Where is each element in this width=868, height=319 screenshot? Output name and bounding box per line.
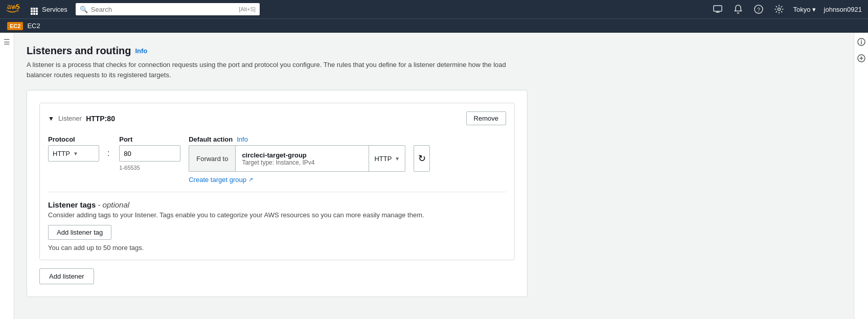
default-action-label: Default action	[189, 135, 233, 143]
grid-icon	[31, 4, 40, 15]
hamburger-icon[interactable]: ☰	[2, 37, 12, 47]
port-hint: 1-65535	[119, 165, 180, 171]
colon-group: x :	[107, 135, 111, 162]
sidebar-right-icon2[interactable]	[856, 53, 866, 63]
username-label: johnson0921	[824, 6, 862, 13]
svg-rect-0	[714, 6, 722, 11]
colon-separator: :	[107, 145, 111, 162]
settings-icon[interactable]	[773, 3, 785, 15]
aws-logo[interactable]	[6, 4, 22, 15]
page-title: Listeners and routing Info	[27, 45, 841, 57]
forward-container: Forward to circleci-target-group Target …	[189, 145, 405, 172]
search-bar[interactable]: 🔍 [Alt+S]	[76, 3, 260, 15]
services-menu[interactable]: Services	[28, 3, 71, 16]
protocol-dropdown-arrow: ▼	[73, 151, 78, 156]
target-group-content[interactable]: circleci-target-group Target type: Insta…	[236, 149, 369, 168]
refresh-button[interactable]: ↻	[414, 145, 430, 172]
page-info-link[interactable]: Info	[135, 47, 147, 55]
page-header: Listeners and routing Info A listener is…	[27, 45, 841, 80]
http-protocol-value: HTTP	[374, 155, 392, 163]
protocol-select[interactable]: HTTP ▼	[48, 145, 99, 162]
service-bar: EC2 EC2	[0, 18, 868, 33]
sidebar-right	[854, 33, 868, 319]
external-link-icon: ↗	[248, 176, 253, 183]
ec2-service-name: EC2	[27, 22, 40, 30]
search-input[interactable]	[91, 6, 236, 13]
listener-header: ▼ Listener HTTP:80 Remove	[48, 111, 506, 125]
nav-right: ? Tokyo ▾ johnson0921	[712, 3, 862, 15]
bell-icon[interactable]	[732, 3, 744, 15]
port-group: Port 1-65535	[119, 135, 180, 171]
search-icon: 🔍	[80, 6, 88, 13]
tags-hint: You can add up to 50 more tags.	[48, 244, 506, 252]
default-action-info-link[interactable]: Info	[237, 135, 248, 143]
create-target-group-link[interactable]: Create target group ↗	[189, 176, 430, 184]
tags-title: Listener tags- optional	[48, 200, 506, 209]
protocol-label: Protocol	[48, 135, 99, 143]
add-listener-tag-button[interactable]: Add listener tag	[48, 225, 111, 240]
forward-row: Forward to circleci-target-group Target …	[189, 145, 430, 172]
svg-point-6	[861, 40, 862, 41]
listener-title: ▼ Listener HTTP:80	[48, 115, 115, 123]
protocol-port-row: Protocol HTTP ▼ x : Port	[48, 135, 506, 184]
listener-card: ▼ Listener HTTP:80 Remove Protocol HTTP …	[39, 103, 515, 260]
top-navigation: Services 🔍 [Alt+S] ? Tokyo ▾ johnson0921	[0, 0, 868, 18]
region-label: Tokyo	[793, 6, 811, 13]
svg-text:?: ?	[757, 7, 760, 13]
services-label: Services	[42, 6, 67, 13]
default-action-label-row: Default action Info	[189, 135, 430, 143]
collapse-arrow-icon[interactable]: ▼	[48, 115, 54, 122]
listener-label: Listener	[58, 115, 82, 122]
tags-description: Consider adding tags to your listener. T…	[48, 211, 506, 219]
listeners-section: ▼ Listener HTTP:80 Remove Protocol HTTP …	[27, 90, 528, 297]
listener-value: HTTP:80	[86, 115, 115, 123]
tags-optional-text: - optional	[98, 200, 129, 209]
help-icon[interactable]: ?	[752, 3, 765, 15]
port-label: Port	[119, 135, 180, 143]
protocol-value: HTTP	[53, 150, 70, 157]
info-panel-icon[interactable]	[856, 37, 866, 47]
default-action-group: Default action Info Forward to circleci-…	[189, 135, 430, 184]
screen-icon[interactable]	[712, 3, 724, 15]
target-group-meta: Target type: Instance, IPv4	[242, 159, 362, 166]
user-menu[interactable]: johnson0921	[824, 6, 862, 13]
svg-point-3	[778, 8, 780, 11]
remove-button[interactable]: Remove	[466, 111, 506, 125]
search-shortcut: [Alt+S]	[239, 6, 256, 12]
http-dropdown-arrow: ▼	[395, 156, 400, 162]
create-target-link-label: Create target group	[189, 176, 246, 184]
region-selector[interactable]: Tokyo ▾	[793, 6, 816, 13]
port-input[interactable]	[119, 145, 180, 162]
ec2-badge: EC2	[7, 22, 23, 30]
main-content: Listeners and routing Info A listener is…	[14, 33, 854, 319]
sidebar-left: ☰	[0, 33, 14, 319]
http-protocol-select[interactable]: HTTP ▼	[369, 146, 405, 171]
divider	[48, 192, 506, 192]
refresh-icon: ↻	[418, 153, 426, 164]
tags-title-text: Listener tags	[48, 200, 96, 209]
add-listener-button[interactable]: Add listener	[39, 268, 94, 284]
target-group-name: circleci-target-group	[242, 151, 362, 159]
tags-section: Listener tags- optional Consider adding …	[48, 200, 506, 252]
region-arrow: ▾	[812, 6, 816, 13]
forward-to-label: Forward to	[189, 146, 236, 171]
protocol-group: Protocol HTTP ▼	[48, 135, 99, 162]
page-description: A listener is a process that checks for …	[27, 60, 517, 80]
